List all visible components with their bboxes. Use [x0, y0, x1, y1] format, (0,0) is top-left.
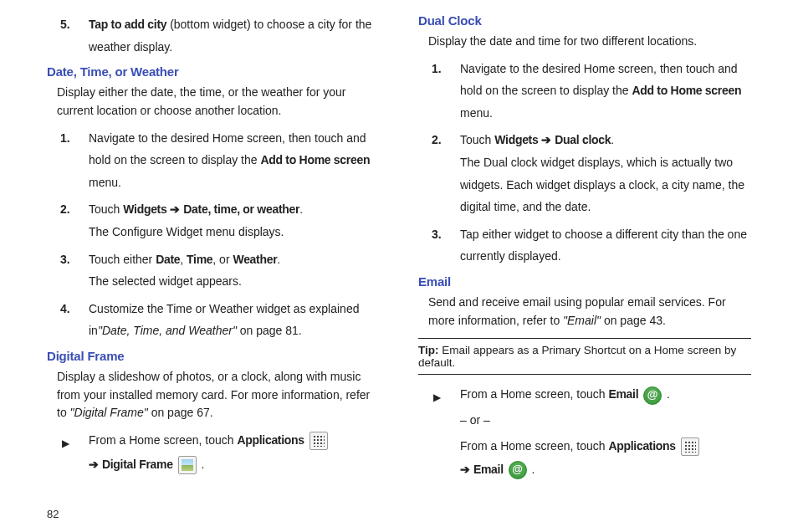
step-number: 2. — [60, 198, 70, 221]
triangle-bullet-icon: ▶ — [62, 434, 69, 453]
text: on page 81. — [237, 324, 302, 337]
or-separator: – or – — [460, 409, 751, 432]
bullet-item: ▶ From a Home screen, touch Applications… — [60, 429, 380, 475]
digital-frame-label: Digital Frame — [102, 458, 173, 471]
list-item: 2. Touch Widgets ➔ Date, time, or weathe… — [60, 198, 380, 243]
heading-dual-clock: Dual Clock — [418, 13, 751, 28]
text: Tap either widget to choose a different … — [460, 228, 747, 263]
text: , — [180, 253, 187, 266]
step-number: 2. — [432, 129, 442, 151]
option-label: Dual clock — [555, 133, 611, 146]
option-weather: Weather — [233, 253, 277, 266]
email-label: Email — [608, 387, 638, 401]
list-item: 1. Navigate to the desired Home screen, … — [60, 127, 380, 194]
heading-date-time-weather: Date, Time, or Weather — [47, 64, 380, 79]
step-number: 1. — [432, 58, 442, 80]
text: . — [663, 387, 670, 401]
step-number: 3. — [432, 223, 442, 246]
list-item: 3. Touch either Date, Time, or Weather. … — [60, 248, 380, 293]
menu-name: Add to Home screen — [632, 84, 741, 97]
text: Touch either — [89, 253, 156, 266]
applications-label: Applications — [608, 439, 675, 453]
text: menu. — [89, 176, 121, 189]
text: Touch — [89, 202, 123, 216]
arrow-icon: ➔ — [89, 458, 102, 471]
triangle-bullet-icon: ▶ — [433, 388, 441, 407]
widgets-label: Widgets — [123, 202, 166, 216]
text: From a Home screen, touch — [89, 433, 237, 447]
list-item: 4. Customize the Time or Weather widget … — [60, 298, 380, 342]
text: , or — [212, 253, 233, 266]
right-column: Dual Clock Display the date and time for… — [418, 13, 751, 481]
text: . — [299, 202, 303, 216]
intro-text: Display the date and time for two differ… — [428, 33, 751, 51]
text: menu. — [460, 106, 493, 120]
text: From a Home screen, touch — [460, 387, 608, 401]
step-number: 5. — [60, 13, 70, 36]
step-result: The Configure Widget menu displays. — [89, 221, 380, 243]
text: . — [529, 463, 535, 476]
arrow-icon: ➔ — [538, 133, 555, 146]
arrow-icon: ➔ — [460, 463, 473, 476]
page-number: 82 — [47, 508, 59, 520]
step-number: 4. — [60, 298, 70, 320]
text: Touch — [460, 133, 494, 146]
cross-ref: "Email" — [563, 314, 601, 327]
tip-label: Tip: — [418, 344, 439, 356]
text: . — [611, 133, 614, 146]
text: . — [198, 458, 205, 471]
steps-list-c: 1. Navigate to the desired Home screen, … — [432, 58, 751, 268]
applications-icon — [309, 432, 328, 450]
heading-digital-frame: Digital Frame — [47, 349, 380, 363]
text: From a Home screen, touch — [460, 439, 608, 453]
text: on page 43. — [601, 314, 666, 327]
menu-name: Add to Home screen — [260, 153, 370, 166]
applications-label: Applications — [237, 433, 304, 447]
option-date: Date — [156, 253, 180, 266]
step-number: 3. — [60, 248, 70, 271]
tip-text: Email appears as a Primary Shortcut on a… — [418, 344, 736, 369]
left-column: 5. Tap to add city (bottom widget) to ch… — [47, 13, 380, 481]
bullet-item: ▶ From a Home screen, touch Email . – or… — [432, 383, 751, 480]
email-label: Email — [473, 463, 504, 476]
option-label: Date, time, or weather — [183, 202, 299, 216]
email-icon — [643, 386, 662, 405]
step-5: 5. Tap to add city (bottom widget) to ch… — [60, 13, 380, 58]
step-result: The selected widget appears. — [89, 270, 380, 293]
widgets-label: Widgets — [494, 133, 538, 146]
cross-ref: "Date, Time, and Weather" — [98, 324, 237, 337]
step-lead: Tap to add city — [89, 18, 166, 31]
step-number: 1. — [60, 127, 70, 150]
applications-icon — [681, 437, 699, 456]
heading-email: Email — [418, 274, 751, 289]
email-icon — [509, 461, 527, 479]
steps-list-a: 1. Navigate to the desired Home screen, … — [60, 127, 380, 342]
list-item: 1. Navigate to the desired Home screen, … — [432, 58, 751, 125]
text: on page 67. — [148, 406, 213, 419]
text: . — [277, 253, 280, 266]
intro-text: Display either the date, the time, or th… — [57, 84, 380, 120]
tip-box: Tip: Email appears as a Primary Shortcut… — [418, 338, 751, 375]
intro-text: Send and receive email using popular ema… — [428, 294, 751, 330]
cross-ref: "Digital Frame" — [70, 406, 148, 419]
intro-text: Display a slideshow of photos, or a cloc… — [57, 368, 380, 422]
arrow-icon: ➔ — [166, 202, 183, 216]
list-item: 3. Tap either widget to choose a differe… — [432, 223, 751, 268]
continued-step-list: 5. Tap to add city (bottom widget) to ch… — [60, 13, 380, 58]
option-time: Time — [187, 253, 212, 266]
list-item: 2. Touch Widgets ➔ Dual clock. The Dual … — [432, 129, 751, 217]
step-result: The Dual clock widget displays, which is… — [460, 151, 751, 218]
photo-frame-icon — [178, 456, 197, 474]
page-content: 5. Tap to add city (bottom widget) to ch… — [0, 0, 798, 481]
